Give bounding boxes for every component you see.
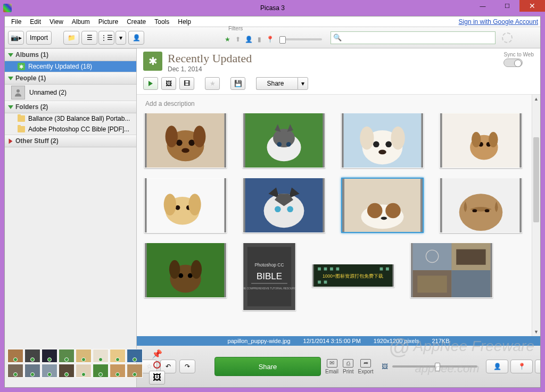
tray-thumb[interactable]: [7, 349, 23, 363]
thumbnail[interactable]: [341, 113, 424, 168]
tray-thumbnails: [7, 349, 146, 378]
add-folder-button[interactable]: 📁: [63, 31, 79, 45]
photo-tray: ☆ ↶ ↷ Share ✉ Email ⎙ Print: [137, 346, 540, 387]
sidebar-people-header[interactable]: People (1): [5, 72, 136, 85]
scrollbar[interactable]: ▲ ▼: [532, 95, 540, 336]
sidebar-item-recently-updated[interactable]: ✱ Recently Updated (18): [5, 61, 136, 72]
tray-thumb[interactable]: [127, 364, 143, 378]
export-button[interactable]: ➦ Export: [358, 359, 374, 374]
tray-thumb[interactable]: [127, 349, 143, 363]
svg-point-16: [385, 141, 392, 147]
filter-movie-icon[interactable]: ▮: [255, 35, 263, 44]
menu-file[interactable]: File: [7, 17, 26, 27]
svg-point-15: [373, 141, 379, 147]
thumbnail[interactable]: 1000+图标资源打包免费下载: [312, 264, 394, 287]
tray-thumb[interactable]: [7, 364, 23, 378]
tray-thumb[interactable]: [93, 364, 109, 378]
sidebar-folders-header[interactable]: Folders (2): [5, 101, 136, 113]
sidebar-item-unnamed[interactable]: Unnamed (2): [5, 85, 136, 101]
filter-star-icon[interactable]: ★: [223, 35, 232, 44]
menu-create[interactable]: Create: [122, 17, 150, 27]
signin-link[interactable]: Sign in with Google Account: [459, 18, 538, 26]
filter-upload-icon[interactable]: ⬆: [234, 35, 242, 44]
filter-geo-icon[interactable]: 📍: [266, 35, 274, 44]
view-list-button[interactable]: ☰: [81, 31, 97, 45]
menu-album[interactable]: Album: [68, 17, 94, 27]
search-input[interactable]: 🔍: [331, 31, 496, 44]
scrollbar-thumb[interactable]: [533, 137, 539, 222]
close-button[interactable]: ✕: [519, 0, 545, 12]
tray-thumb[interactable]: [76, 349, 92, 363]
tray-thumb[interactable]: [42, 364, 57, 378]
filter-slider[interactable]: [279, 38, 322, 40]
create-collage-button[interactable]: 🖼: [161, 77, 176, 90]
share-button[interactable]: Share: [256, 77, 298, 90]
import-button[interactable]: Import: [26, 31, 52, 45]
tray-thumb[interactable]: [59, 364, 75, 378]
rotate-right-button[interactable]: ↷: [179, 360, 195, 373]
menu-help[interactable]: Help: [174, 17, 195, 27]
chevron-down-icon: [8, 105, 13, 109]
menu-tools[interactable]: Tools: [150, 17, 174, 27]
description-input[interactable]: Add a description: [144, 98, 524, 113]
thumbnail[interactable]: [440, 178, 522, 233]
create-movie-button[interactable]: 🎞: [179, 77, 194, 90]
svg-point-44: [485, 209, 490, 212]
svg-point-43: [472, 209, 477, 212]
tray-thumb[interactable]: [93, 349, 109, 363]
star-button[interactable]: ★: [205, 77, 220, 90]
thumbnail[interactable]: [341, 178, 424, 233]
people-button[interactable]: 👤: [128, 31, 144, 45]
thumbnail[interactable]: [410, 243, 493, 298]
thumbnail[interactable]: [243, 113, 325, 168]
zoom-slider[interactable]: [392, 365, 477, 368]
clear-tray-button[interactable]: [153, 361, 161, 369]
tray-thumb[interactable]: [110, 364, 126, 378]
camera-dropdown-button[interactable]: 📷▸: [8, 31, 24, 45]
scroll-up-icon[interactable]: ▲: [532, 95, 540, 103]
share-big-button[interactable]: Share: [214, 357, 321, 376]
play-slideshow-button[interactable]: [143, 77, 158, 90]
thumbnail[interactable]: [243, 178, 325, 233]
scroll-down-icon[interactable]: ▼: [532, 328, 540, 336]
pin-icon[interactable]: 📌: [152, 349, 162, 359]
sidebar-other-header[interactable]: Other Stuff (2): [5, 135, 136, 147]
thumbnail[interactable]: [440, 113, 522, 168]
menu-picture[interactable]: Picture: [94, 17, 122, 27]
svg-text:Photoshop CC: Photoshop CC: [254, 262, 284, 268]
import-label: Import: [30, 34, 48, 41]
thumbnail[interactable]: [144, 243, 227, 298]
svg-point-35: [287, 206, 293, 212]
maximize-button[interactable]: ☐: [495, 0, 519, 12]
minimize-button[interactable]: —: [470, 0, 495, 12]
thumbnail[interactable]: Photoshop CCBIBLETHE COMPREHENSIVE TUTOR…: [243, 243, 296, 311]
menu-edit[interactable]: Edit: [26, 17, 45, 27]
tray-thumb[interactable]: [42, 349, 57, 363]
thumbnail[interactable]: [144, 178, 227, 233]
sidebar-item-folder[interactable]: Ballance (3D Balance Ball) Portab...: [5, 113, 136, 124]
filter-face-icon[interactable]: 👤: [244, 35, 253, 44]
tray-thumb[interactable]: [76, 364, 92, 378]
more-button[interactable]: [535, 360, 540, 373]
view-dropdown-button[interactable]: ▾: [115, 31, 126, 45]
geotag-button[interactable]: 📍: [510, 360, 533, 373]
sync-label: Sync to Web: [503, 52, 534, 57]
tray-thumb[interactable]: [59, 349, 75, 363]
view-tree-button[interactable]: ⋮☰: [98, 31, 114, 45]
tray-thumb[interactable]: [24, 349, 40, 363]
menu-view[interactable]: View: [45, 17, 68, 27]
sidebar-item-folder[interactable]: Adobe Photoshop CC Bible [PDF]...: [5, 124, 136, 135]
tray-thumb[interactable]: [24, 364, 40, 378]
email-button[interactable]: ✉ Email: [325, 359, 338, 374]
share-dropdown-button[interactable]: ▾: [298, 77, 308, 90]
sync-toggle[interactable]: [503, 59, 523, 67]
status-filesize: 217KB: [432, 338, 449, 344]
tag-people-button[interactable]: 👤: [486, 360, 508, 373]
tray-thumb[interactable]: [110, 349, 126, 363]
filters-label: Filters: [228, 26, 243, 31]
print-button[interactable]: ⎙ Print: [343, 359, 354, 374]
sidebar-albums-header[interactable]: Albums (1): [5, 48, 136, 61]
thumbnail[interactable]: [144, 113, 227, 168]
hold-button[interactable]: 🖼: [149, 371, 165, 385]
save-button[interactable]: 💾: [230, 77, 245, 90]
